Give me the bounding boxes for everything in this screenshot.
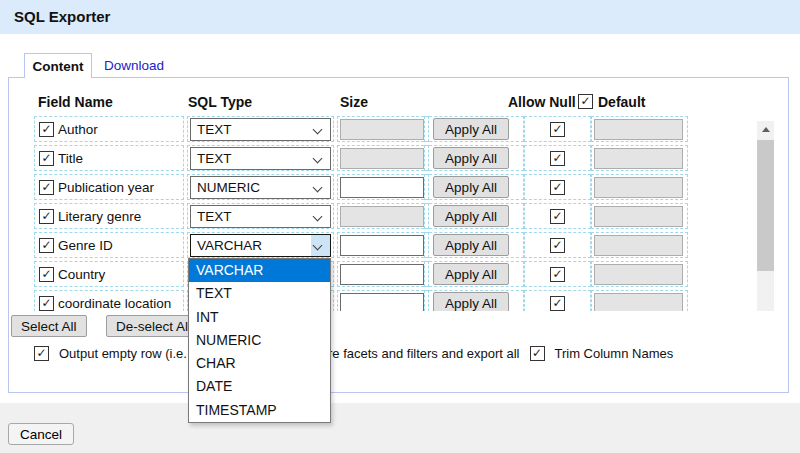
default-input <box>594 177 683 198</box>
sql-type-cell: NUMERIC <box>187 174 334 200</box>
size-cell <box>337 203 429 229</box>
allow-null-checkbox[interactable] <box>550 180 565 195</box>
dropdown-option[interactable]: INT <box>189 306 330 329</box>
header-field-name: Field Name <box>38 94 113 110</box>
field-checkbox[interactable] <box>39 267 54 282</box>
sql-type-select[interactable]: TEXT <box>190 147 331 170</box>
field-label: Country <box>58 267 105 282</box>
field-checkbox[interactable] <box>39 122 54 137</box>
apply-cell: Apply All <box>424 174 524 200</box>
sql-type-select[interactable]: TEXT <box>190 118 331 141</box>
apply-all-button[interactable]: Apply All <box>433 292 509 311</box>
field-checkbox[interactable] <box>39 209 54 224</box>
sql-type-select[interactable]: NUMERIC <box>190 176 331 199</box>
allow-null-checkbox[interactable] <box>550 267 565 282</box>
field-label: Title <box>58 151 83 166</box>
tab-content[interactable]: Content <box>24 53 92 78</box>
apply-all-button[interactable]: Apply All <box>433 147 509 169</box>
facets-label-fragment: re facets and filters and export all <box>328 346 520 361</box>
table-row: AuthorTEXTApply All <box>10 116 780 143</box>
sql-type-cell: TEXT <box>187 203 334 229</box>
cancel-button[interactable]: Cancel <box>8 423 74 445</box>
dialog-title: SQL Exporter <box>0 0 800 34</box>
scrollbar-thumb[interactable] <box>757 140 774 271</box>
chevron-down-icon <box>313 240 323 250</box>
size-cell <box>337 174 429 200</box>
allow-null-checkbox[interactable] <box>550 151 565 166</box>
select-all-button[interactable]: Select All <box>11 315 87 337</box>
scroll-up-arrow-icon[interactable] <box>757 121 774 138</box>
default-input <box>594 235 683 256</box>
apply-cell: Apply All <box>424 203 524 229</box>
sql-type-cell: VARCHAR <box>187 232 334 258</box>
apply-all-button[interactable]: Apply All <box>433 263 509 285</box>
deselect-all-button[interactable]: De-select All <box>106 315 201 337</box>
dropdown-option[interactable]: TIMESTAMP <box>189 399 330 422</box>
apply-all-button[interactable]: Apply All <box>433 205 509 227</box>
field-cell: Genre ID <box>34 232 184 258</box>
rows-scroll-area: AuthorTEXTApply AllTitleTEXTApply AllPub… <box>10 111 780 311</box>
table-row: TitleTEXTApply All <box>10 145 780 172</box>
chevron-down-icon <box>313 211 323 221</box>
trim-column-names-checkbox[interactable] <box>530 346 545 361</box>
dialog-footer: Cancel <box>0 403 800 453</box>
allow-null-checkbox[interactable] <box>550 209 565 224</box>
default-cell <box>591 145 688 171</box>
trim-column-names-label: Trim Column Names <box>555 346 674 361</box>
allow-null-cell <box>524 232 591 258</box>
size-cell <box>337 261 429 287</box>
table-row: CountryApply All <box>10 261 780 288</box>
chevron-down-icon <box>313 153 323 163</box>
apply-all-button[interactable]: Apply All <box>433 118 509 140</box>
default-input <box>594 148 683 169</box>
field-label: Publication year <box>58 180 154 195</box>
default-master-checkbox[interactable] <box>578 94 593 109</box>
vertical-scrollbar[interactable] <box>757 121 774 311</box>
apply-all-button[interactable]: Apply All <box>433 176 509 198</box>
default-cell <box>591 116 688 142</box>
header-sql-type: SQL Type <box>188 94 252 110</box>
field-cell: Publication year <box>34 174 184 200</box>
field-checkbox[interactable] <box>39 238 54 253</box>
field-label: coordinate location <box>58 296 171 311</box>
allow-null-checkbox[interactable] <box>550 238 565 253</box>
sql-type-value: TEXT <box>197 209 232 224</box>
dropdown-option[interactable]: CHAR <box>189 352 330 375</box>
default-cell <box>591 232 688 258</box>
size-input[interactable] <box>340 177 424 198</box>
chevron-down-icon <box>313 124 323 134</box>
size-input[interactable] <box>340 235 424 256</box>
sql-type-select[interactable]: TEXT <box>190 205 331 228</box>
dropdown-option[interactable]: DATE <box>189 375 330 398</box>
content-panel: Field Name SQL Type Size Allow Null Defa… <box>8 77 789 393</box>
size-cell <box>337 290 429 311</box>
dropdown-option[interactable]: VARCHAR <box>189 259 330 282</box>
size-input[interactable] <box>340 264 424 285</box>
apply-cell: Apply All <box>424 232 524 258</box>
default-input <box>594 119 683 140</box>
sql-type-value: TEXT <box>197 151 232 166</box>
allow-null-cell <box>524 145 591 171</box>
table-row: coordinate locationApply All <box>10 290 780 311</box>
dropdown-option[interactable]: TEXT <box>189 282 330 305</box>
sql-type-select[interactable]: VARCHAR <box>190 234 331 257</box>
apply-cell: Apply All <box>424 261 524 287</box>
output-empty-label: Output empty row (i.e. <box>59 346 187 361</box>
field-cell: Country <box>34 261 184 287</box>
default-cell <box>591 290 688 311</box>
field-cell: coordinate location <box>34 290 184 311</box>
field-checkbox[interactable] <box>39 180 54 195</box>
field-checkbox[interactable] <box>39 151 54 166</box>
facets-trim-options: re facets and filters and export all Tri… <box>328 346 673 361</box>
tab-download[interactable]: Download <box>104 58 164 73</box>
header-allow-null: Allow Null <box>508 94 576 110</box>
default-cell <box>591 203 688 229</box>
field-checkbox[interactable] <box>39 296 54 311</box>
field-label: Literary genre <box>58 209 141 224</box>
apply-all-button[interactable]: Apply All <box>433 234 509 256</box>
size-input[interactable] <box>340 293 424 312</box>
allow-null-checkbox[interactable] <box>550 296 565 311</box>
allow-null-checkbox[interactable] <box>550 122 565 137</box>
output-empty-checkbox[interactable] <box>34 346 49 361</box>
dropdown-option[interactable]: NUMERIC <box>189 329 330 352</box>
